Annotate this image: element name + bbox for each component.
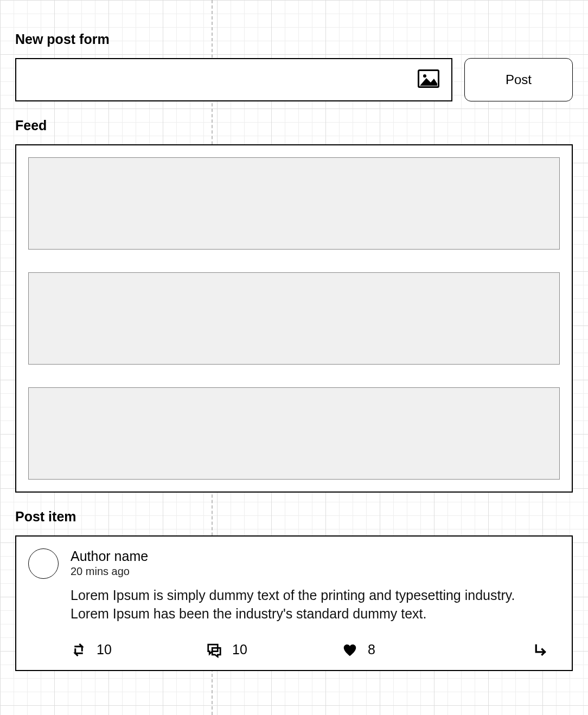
new-post-row: Post <box>15 58 573 101</box>
feed-item-placeholder <box>28 387 560 480</box>
comment-count: 10 <box>232 642 247 657</box>
section-label-feed: Feed <box>15 118 573 133</box>
repost-count: 10 <box>97 642 112 657</box>
avatar[interactable] <box>28 548 59 579</box>
new-post-input[interactable] <box>15 58 452 101</box>
post-author-name[interactable]: Author name <box>71 548 549 564</box>
comment-icon <box>206 642 222 658</box>
repost-icon <box>71 642 87 658</box>
like-count: 8 <box>368 642 375 657</box>
post-item: Author name 20 mins ago Lorem Ipsum is s… <box>15 535 573 671</box>
svg-point-1 <box>423 74 426 78</box>
comment-button[interactable]: 10 <box>206 642 342 658</box>
feed-item-placeholder <box>28 157 560 250</box>
image-icon[interactable] <box>418 69 439 91</box>
post-text: Lorem Ipsum is simply dummy text of the … <box>71 586 549 623</box>
repost-button[interactable]: 10 <box>71 642 206 658</box>
feed-item-placeholder <box>28 272 560 365</box>
like-button[interactable]: 8 <box>342 642 477 658</box>
post-button[interactable]: Post <box>464 58 573 101</box>
share-button[interactable] <box>533 642 549 658</box>
share-arrow-icon <box>533 642 549 658</box>
section-label-new-post: New post form <box>15 31 573 47</box>
heart-icon <box>342 642 358 658</box>
post-actions-bar: 10 10 <box>71 639 549 658</box>
feed-container <box>15 144 573 493</box>
post-button-label: Post <box>506 72 532 87</box>
post-timestamp: 20 mins ago <box>71 565 549 578</box>
section-label-post-item: Post item <box>15 509 573 525</box>
